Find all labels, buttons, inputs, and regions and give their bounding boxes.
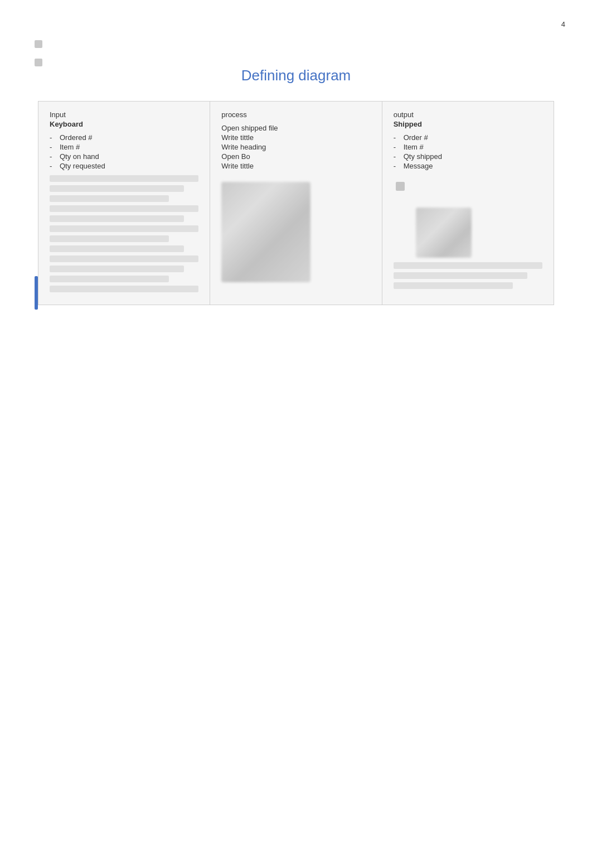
list-item: Write heading	[221, 142, 370, 152]
process-header: process	[221, 110, 370, 119]
blurred-content-input	[50, 175, 198, 292]
output-subheader: Shipped	[394, 120, 542, 128]
list-item: Write tittle	[221, 161, 370, 171]
process-items-list: Open shipped file Write tittle Write hea…	[221, 123, 370, 171]
output-diagram-image	[416, 208, 472, 258]
blurred-content-output	[394, 262, 542, 289]
page-title: Defining diagram	[0, 0, 592, 101]
blurred-row	[50, 255, 198, 262]
list-item: - Qty on hand	[50, 152, 198, 161]
blurred-row	[50, 195, 169, 202]
blurred-row	[394, 282, 513, 289]
blurred-row	[50, 175, 198, 182]
output-items-list: - Order # - Item # - Qty shipped - Messa…	[394, 133, 542, 171]
decorative-bar-bottom	[35, 276, 38, 310]
input-subheader: Keyboard	[50, 120, 198, 128]
blurred-row	[50, 266, 184, 272]
decorative-bar-top	[35, 40, 42, 48]
bullet-icon: -	[394, 133, 399, 142]
output-section: output Shipped - Order # - Item # - Qty …	[382, 102, 554, 305]
list-item: Open Bo	[221, 152, 370, 161]
list-item: - Order #	[394, 133, 542, 142]
bullet-icon: -	[50, 143, 55, 151]
blurred-row	[50, 215, 184, 222]
list-item: - Ordered #	[50, 133, 198, 142]
defining-diagram: Input Keyboard - Ordered # - Item # - Qt…	[38, 101, 554, 305]
bullet-icon: -	[50, 133, 55, 142]
list-item: - Message	[394, 161, 542, 171]
blurred-row	[50, 286, 198, 292]
page-number: 4	[561, 20, 565, 28]
blurred-row	[50, 235, 169, 242]
list-item: - Item #	[394, 142, 542, 152]
process-diagram-image	[221, 182, 310, 282]
blurred-row	[394, 272, 528, 279]
blurred-row	[50, 276, 169, 282]
list-item: - Qty shipped	[394, 152, 542, 161]
decorative-bar-mid	[35, 59, 42, 66]
list-item: Write tittle	[221, 133, 370, 142]
input-items-list: - Ordered # - Item # - Qty on hand - Qty…	[50, 133, 198, 171]
process-section: process Open shipped file Write tittle W…	[210, 102, 382, 305]
bullet-icon: -	[394, 143, 399, 151]
blurred-row	[50, 205, 198, 212]
input-header: Input	[50, 110, 198, 119]
blurred-row	[50, 225, 198, 232]
list-item: - Item #	[50, 142, 198, 152]
list-item: Open shipped file	[221, 123, 370, 133]
bullet-icon: -	[394, 162, 399, 170]
blurred-row	[394, 262, 542, 269]
output-diagram-area	[394, 182, 542, 258]
bullet-icon: -	[50, 152, 55, 161]
bullet-icon: -	[394, 152, 399, 161]
blurred-row	[50, 185, 184, 192]
blurred-row	[50, 245, 184, 252]
output-icon-placeholder	[396, 182, 405, 191]
input-section: Input Keyboard - Ordered # - Item # - Qt…	[38, 102, 210, 305]
bullet-icon: -	[50, 162, 55, 170]
list-item: - Qty requested	[50, 161, 198, 171]
output-header: output	[394, 110, 542, 119]
